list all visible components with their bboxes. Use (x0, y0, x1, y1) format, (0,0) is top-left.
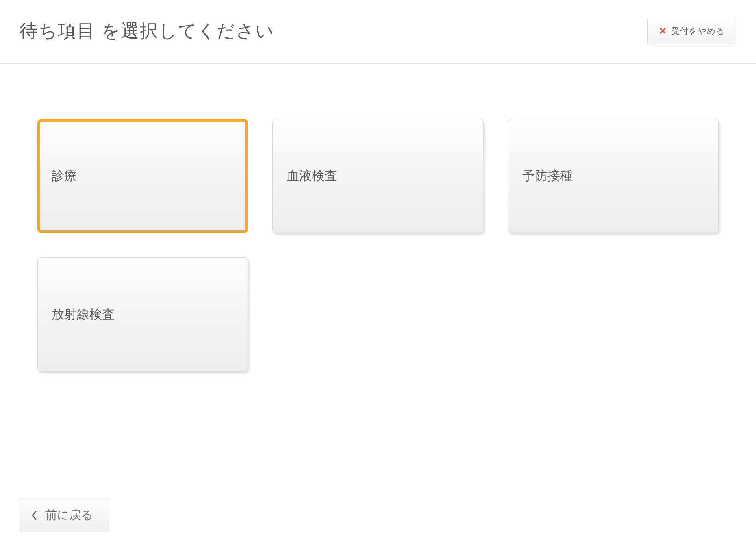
option-label: 診療 (52, 169, 77, 183)
header: 待ち項目 を選択してください ✕ 受付をやめる (0, 0, 756, 64)
footer: 前に戻る (20, 498, 109, 532)
content-area: 診療 血液検査 予防接種 放射線検査 (0, 64, 756, 372)
close-icon: ✕ (659, 26, 667, 36)
cancel-button-label: 受付をやめる (671, 25, 725, 37)
option-card-vaccination[interactable]: 予防接種 (508, 119, 719, 233)
option-card-radiology[interactable]: 放射線検査 (37, 257, 248, 372)
options-grid: 診療 血液検査 予防接種 放射線検査 (37, 119, 719, 372)
option-card-consultation[interactable]: 診療 (37, 119, 248, 233)
chevron-left-icon (31, 510, 37, 521)
option-label: 放射線検査 (52, 307, 115, 321)
page-title: 待ち項目 を選択してください (20, 19, 274, 43)
option-label: 血液検査 (287, 169, 337, 183)
cancel-reception-button[interactable]: ✕ 受付をやめる (647, 18, 736, 44)
option-card-blood-test[interactable]: 血液検査 (272, 119, 483, 233)
back-button-label: 前に戻る (45, 507, 93, 523)
back-button[interactable]: 前に戻る (20, 498, 109, 532)
option-label: 予防接種 (522, 169, 573, 183)
